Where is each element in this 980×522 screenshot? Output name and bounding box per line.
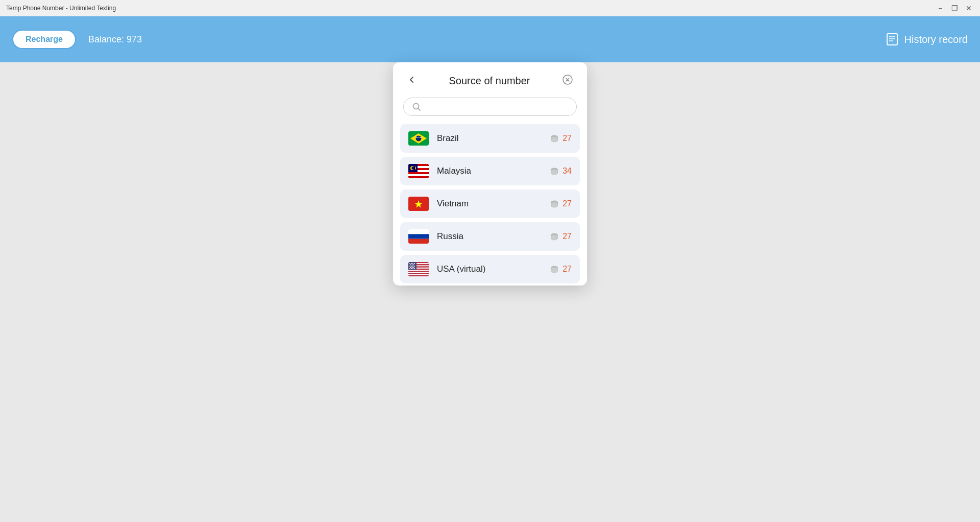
coin-icon bbox=[549, 166, 559, 176]
history-record-label: History record bbox=[904, 34, 968, 45]
svg-point-8 bbox=[416, 136, 422, 141]
coin-section: 27 bbox=[549, 199, 572, 209]
search-input[interactable] bbox=[426, 103, 568, 111]
svg-point-73 bbox=[412, 267, 413, 268]
malaysia-flag bbox=[408, 164, 429, 178]
svg-rect-59 bbox=[408, 275, 429, 276]
svg-point-68 bbox=[409, 266, 410, 267]
modal-title: Source of number bbox=[421, 75, 558, 87]
svg-rect-38 bbox=[408, 229, 429, 234]
svg-rect-40 bbox=[408, 239, 429, 244]
svg-rect-56 bbox=[408, 272, 429, 273]
modal-header: Source of number bbox=[393, 62, 587, 98]
close-window-button[interactable]: ✕ bbox=[964, 3, 974, 13]
app-title: Temp Phone Number - Unlimited Texting bbox=[6, 5, 116, 12]
svg-point-13 bbox=[551, 139, 558, 143]
minimize-button[interactable]: − bbox=[935, 3, 945, 13]
svg-rect-39 bbox=[408, 234, 429, 239]
back-icon bbox=[407, 75, 416, 84]
vietnam-flag bbox=[408, 197, 429, 211]
search-box[interactable] bbox=[403, 98, 577, 116]
svg-point-74 bbox=[413, 267, 414, 268]
svg-point-76 bbox=[411, 268, 412, 269]
svg-rect-20 bbox=[408, 174, 429, 176]
coin-section: 27 bbox=[549, 264, 572, 274]
svg-point-75 bbox=[409, 268, 410, 269]
country-name: Brazil bbox=[437, 133, 541, 144]
search-icon bbox=[412, 102, 421, 111]
svg-rect-58 bbox=[408, 274, 429, 275]
title-bar: Temp Phone Number - Unlimited Texting − … bbox=[0, 0, 980, 16]
coin-icon bbox=[549, 133, 559, 144]
list-item[interactable]: Brazil 27 bbox=[400, 124, 580, 153]
coin-icon bbox=[549, 199, 559, 209]
russia-flag bbox=[408, 229, 429, 244]
search-container bbox=[393, 98, 587, 124]
svg-point-66 bbox=[412, 265, 413, 266]
svg-point-62 bbox=[411, 263, 412, 264]
svg-point-78 bbox=[414, 268, 415, 269]
list-item[interactable]: Vietnam 27 bbox=[400, 189, 580, 218]
svg-point-61 bbox=[409, 263, 410, 264]
svg-rect-0 bbox=[887, 34, 897, 45]
svg-point-70 bbox=[412, 266, 413, 267]
close-circle-icon bbox=[562, 75, 573, 85]
window-controls: − ❐ ✕ bbox=[935, 3, 974, 13]
list-item[interactable]: Russia 27 bbox=[400, 222, 580, 251]
svg-rect-54 bbox=[408, 270, 429, 271]
svg-point-63 bbox=[412, 263, 413, 264]
svg-rect-55 bbox=[408, 271, 429, 272]
modal-close-button[interactable] bbox=[558, 73, 577, 89]
country-list: Brazil 27 bbox=[393, 124, 587, 286]
brazil-flag bbox=[408, 131, 429, 146]
toolbar: Recharge Balance: 973 History record bbox=[0, 16, 980, 62]
coin-icon bbox=[549, 264, 559, 274]
country-name: Malaysia bbox=[437, 166, 541, 176]
svg-point-30 bbox=[551, 172, 558, 175]
svg-point-72 bbox=[410, 267, 411, 268]
svg-point-64 bbox=[414, 263, 415, 264]
svg-rect-21 bbox=[408, 176, 429, 178]
svg-point-37 bbox=[551, 204, 558, 208]
svg-point-67 bbox=[413, 265, 414, 266]
coin-section: 27 bbox=[549, 133, 572, 144]
balance-label: Balance: bbox=[88, 34, 124, 44]
coin-section: 34 bbox=[549, 166, 572, 176]
coin-icon bbox=[549, 231, 559, 242]
balance-display: Balance: 973 bbox=[88, 34, 142, 45]
svg-point-24 bbox=[412, 167, 415, 170]
coin-count: 27 bbox=[562, 134, 572, 143]
maximize-button[interactable]: ❐ bbox=[949, 3, 960, 13]
country-modal: Source of number bbox=[393, 62, 587, 286]
coin-count: 34 bbox=[562, 167, 572, 176]
country-name: Vietnam bbox=[437, 199, 541, 209]
coin-count: 27 bbox=[562, 265, 572, 274]
recharge-button[interactable]: Recharge bbox=[12, 30, 76, 49]
coin-section: 27 bbox=[549, 231, 572, 242]
coin-count: 27 bbox=[562, 232, 572, 241]
history-icon bbox=[885, 32, 899, 46]
svg-point-65 bbox=[410, 265, 411, 266]
list-item[interactable]: USA (virtual) 27 bbox=[400, 255, 580, 283]
svg-point-69 bbox=[411, 266, 412, 267]
svg-point-77 bbox=[412, 268, 413, 269]
list-item[interactable]: Malaysia 34 bbox=[400, 157, 580, 185]
svg-rect-19 bbox=[408, 172, 429, 174]
history-record-button[interactable]: History record bbox=[885, 32, 968, 46]
country-name: Russia bbox=[437, 231, 541, 242]
svg-rect-57 bbox=[408, 273, 429, 274]
country-name: USA (virtual) bbox=[437, 264, 541, 274]
usa-flag bbox=[408, 262, 429, 276]
svg-point-45 bbox=[551, 237, 558, 241]
coin-count: 27 bbox=[562, 199, 572, 208]
back-button[interactable] bbox=[403, 73, 421, 89]
balance-value: 973 bbox=[127, 34, 142, 44]
svg-point-5 bbox=[413, 104, 419, 109]
svg-point-71 bbox=[414, 266, 415, 267]
svg-point-83 bbox=[551, 270, 558, 273]
